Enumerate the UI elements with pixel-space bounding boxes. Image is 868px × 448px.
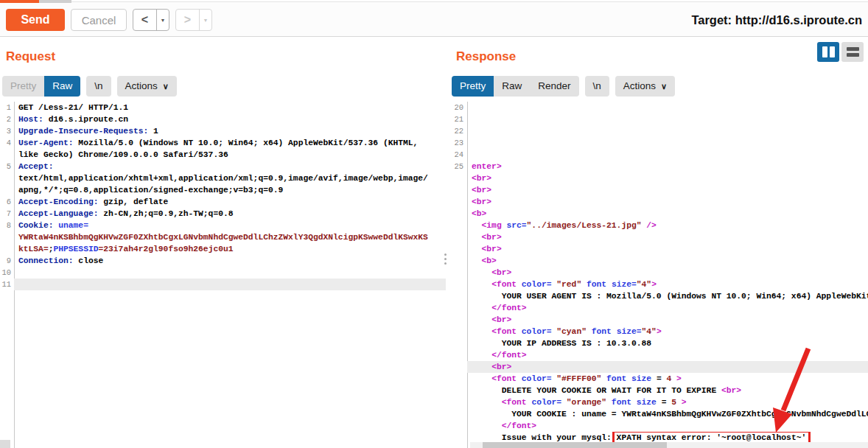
code-segment: size — [637, 398, 657, 407]
request-actions-label: Actions — [125, 80, 158, 91]
editor-row: <br> — [449, 314, 868, 326]
request-tab-linebreaks[interactable]: \n — [86, 76, 111, 97]
code-line[interactable]: <font color= "red" font size="4"> — [467, 279, 868, 290]
line-number — [449, 361, 467, 373]
cancel-button[interactable]: Cancel — [71, 9, 127, 31]
code-line[interactable]: <img src="../images/Less-21.jpg" /> — [467, 220, 868, 231]
code-line[interactable]: YOUR COOKIE : uname = YWRtaW4nKSBhbmQgKH… — [467, 408, 868, 420]
code-line[interactable]: Upgrade-Insecure-Requests: 1 — [14, 125, 446, 137]
request-actions-menu[interactable]: Actions∨ — [117, 76, 177, 97]
code-line[interactable]: apng,*/*;q=0.8,application/signed-exchan… — [14, 184, 446, 196]
code-line[interactable]: <br> — [467, 314, 868, 326]
response-tab-render[interactable]: Render — [530, 76, 578, 97]
code-line[interactable]: Accept: — [14, 161, 446, 172]
editor-row: <b> — [449, 255, 868, 267]
code-line[interactable]: DELETE YOUR COOKIE OR WAIT FOR IT TO EXP… — [467, 385, 868, 396]
editor-row: DELETE YOUR COOKIE OR WAIT FOR IT TO EXP… — [449, 385, 868, 396]
code-segment: apng,*/*;q=0.8,application/signed-exchan… — [18, 186, 283, 195]
request-tab-raw[interactable]: Raw — [44, 76, 80, 97]
line-number — [0, 243, 14, 255]
code-line[interactable]: <br> — [467, 267, 868, 279]
code-line[interactable]: <font color= "cyan" font size="4"> — [467, 326, 868, 337]
request-tab-pretty[interactable]: Pretty — [2, 76, 44, 97]
code-line[interactable]: <b> — [467, 255, 868, 267]
code-segment: zh-CN,zh;q=0.9,zh-TW;q=0.8 — [98, 209, 233, 218]
line-number — [449, 231, 467, 243]
code-line[interactable]: ktLSA=;PHPSESSID=23i7ah4r2gl90fso9h26ejc… — [14, 243, 446, 255]
code-segment: "#FFFF00" — [556, 374, 601, 383]
code-line[interactable]: <b> — [467, 208, 868, 220]
code-line[interactable]: <br> — [467, 184, 868, 196]
editor-row: <font color= "orange" font size = 5 > — [449, 396, 868, 408]
code-segment: uname= — [58, 221, 88, 230]
request-editor[interactable]: 1GET /Less-21/ HTTP/1.12Host: d16.s.ipro… — [0, 102, 446, 448]
code-line[interactable]: Accept-Encoding: gzip, deflate — [14, 196, 446, 208]
code-line[interactable] — [467, 137, 868, 149]
code-line[interactable]: Accept-Language: zh-CN,zh;q=0.9,zh-TW;q=… — [14, 208, 446, 220]
editor-row: YOUR COOKIE : uname = YWRtaW4nKSBhbmQgKH… — [449, 408, 868, 420]
code-segment: </font> — [491, 351, 526, 360]
panel-splitter-handle[interactable] — [444, 253, 447, 268]
code-segment — [517, 280, 522, 289]
code-line[interactable] — [467, 113, 868, 125]
line-number: 25 — [449, 161, 467, 172]
code-line[interactable]: Cookie: uname= — [14, 220, 446, 231]
code-line[interactable]: Host: d16.s.iproute.cn — [14, 113, 446, 125]
code-segment: enter> — [472, 162, 502, 171]
response-horizontal-scrollbar[interactable] — [470, 442, 868, 448]
history-forward-button[interactable]: > ▼ — [175, 9, 212, 31]
editor-row: <br> — [449, 196, 868, 208]
code-line[interactable]: text/html,application/xhtml+xml,applicat… — [14, 172, 446, 184]
code-segment: 1 — [148, 127, 158, 136]
chevron-right-icon[interactable]: > — [176, 10, 199, 30]
response-tab-pretty[interactable]: Pretty — [452, 76, 494, 97]
code-line[interactable]: YOUR USER AGENT IS : Mozilla/5.0 (Window… — [467, 290, 868, 302]
code-line[interactable]: <br> — [467, 243, 868, 255]
code-line[interactable]: YOUR IP ADDRESS IS : 10.3.0.88 — [467, 337, 868, 349]
line-number — [449, 255, 467, 267]
line-number: 22 — [449, 125, 467, 137]
code-line[interactable]: <br> — [467, 231, 868, 243]
split-rows-icon[interactable] — [841, 42, 864, 62]
code-line[interactable]: <br> — [467, 361, 868, 373]
code-line[interactable]: <font color= "#FFFF00" font size = 4 > — [467, 373, 868, 385]
code-segment: 5 — [671, 398, 676, 407]
code-line[interactable]: </font> — [467, 349, 868, 361]
code-line[interactable]: GET /Less-21/ HTTP/1.1 — [14, 102, 446, 113]
code-line[interactable]: <font color= "orange" font size = 5 > — [467, 396, 868, 408]
response-editor[interactable]: 202122232425enter><br><br><br><b> <img s… — [449, 102, 868, 448]
chevron-down-icon: ∨ — [661, 82, 667, 91]
code-line[interactable]: Connection: close — [14, 255, 446, 267]
history-back-button[interactable]: < ▼ — [133, 9, 169, 31]
back-dropdown-triangle-down-icon[interactable]: ▼ — [156, 10, 169, 30]
scrollbar-thumb[interactable] — [483, 442, 667, 448]
code-line[interactable]: <br> — [467, 196, 868, 208]
chevron-left-icon[interactable]: < — [133, 10, 156, 30]
code-line[interactable] — [14, 267, 446, 279]
code-segment: "cyan" — [556, 327, 587, 336]
code-line[interactable] — [467, 125, 868, 137]
code-line[interactable] — [467, 102, 868, 113]
code-line[interactable]: enter> — [467, 161, 868, 172]
editor-row: <b> — [449, 208, 868, 220]
split-columns-icon[interactable] — [817, 42, 839, 62]
code-segment: YOUR USER AGENT IS : Mozilla/5.0 (Window… — [472, 292, 868, 301]
code-line[interactable]: <br> — [467, 172, 868, 184]
editor-row: 2Host: d16.s.iproute.cn — [0, 113, 446, 125]
code-segment: size= — [612, 280, 637, 289]
code-line[interactable] — [14, 279, 446, 290]
forward-dropdown-triangle-down-icon[interactable]: ▼ — [199, 10, 211, 30]
editor-row: </font> — [449, 349, 868, 361]
code-line[interactable]: User-Agent: Mozilla/5.0 (Windows NT 10.0… — [14, 137, 446, 149]
response-tab-linebreaks[interactable]: \n — [585, 76, 609, 97]
code-line[interactable]: YWRtaW4nKSBhbmQgKHVwZGF0ZXhtbCgxLGNvbmNh… — [14, 231, 446, 243]
line-number: 2 — [0, 113, 14, 125]
code-line[interactable]: </font> — [467, 302, 868, 314]
code-line[interactable] — [467, 149, 868, 161]
response-actions-menu[interactable]: Actions∨ — [615, 76, 675, 97]
response-tab-raw[interactable]: Raw — [494, 76, 530, 97]
send-button[interactable]: Send — [6, 9, 65, 31]
code-line[interactable]: like Gecko) Chrome/109.0.0.0 Safari/537.… — [14, 149, 446, 161]
line-number — [449, 349, 467, 361]
code-line[interactable]: </font> — [467, 420, 868, 432]
